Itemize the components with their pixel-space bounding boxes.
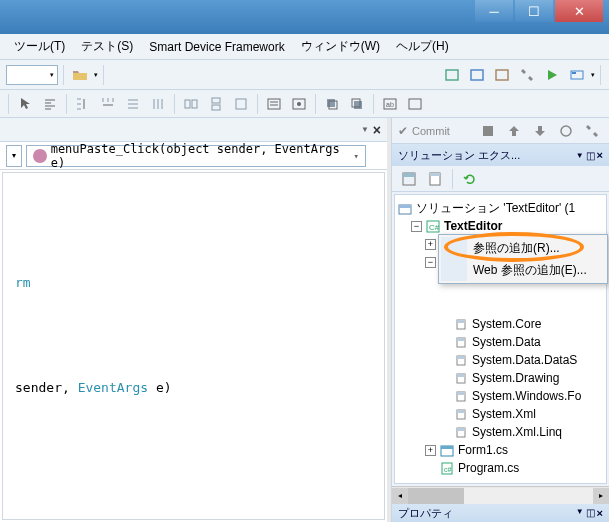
fmt-text2[interactable] [288,93,310,115]
editor-close-button[interactable]: × [373,122,381,138]
commit-b5[interactable] [581,120,603,142]
toolbar-btn-run[interactable] [541,64,563,86]
fmt-b6[interactable] [205,93,227,115]
menu-help[interactable]: ヘルプ(H) [388,35,457,58]
svg-rect-13 [327,99,335,107]
menu-test[interactable]: テスト(S) [73,35,141,58]
commit-b4[interactable] [555,120,577,142]
program-label: Program.cs [458,461,519,475]
main-toolbar: ▾ ▾ ▾ [0,60,609,90]
scroll-right-button[interactable]: ▸ [593,488,609,504]
toolbar-btn-1[interactable] [441,64,463,86]
fmt-text4[interactable] [404,93,426,115]
reference-icon [453,389,469,403]
context-add-web-reference[interactable]: Web 参照の追加(E)... [441,259,605,281]
form-icon [439,443,455,457]
svg-rect-10 [268,99,280,109]
fmt-align-left[interactable] [39,93,61,115]
svg-rect-23 [403,173,415,177]
sol-properties-button[interactable] [398,168,420,190]
window-maximize-button[interactable]: ☐ [515,0,553,22]
editor-area: ▼ × ▾ menuPaste_Click(object sender, Eve… [0,118,391,522]
toolbar-btn-output[interactable] [566,64,588,86]
svg-rect-32 [457,320,465,323]
scroll-thumb[interactable] [408,488,464,504]
menu-sdf[interactable]: Smart Device Framework [141,37,292,57]
tree-scrollbar-horizontal[interactable]: ◂ ▸ [392,486,609,504]
svg-rect-25 [430,173,440,176]
reference-icon [453,353,469,367]
svg-rect-0 [446,70,458,80]
format-toolbar: ab [0,90,609,118]
fmt-b2[interactable] [97,93,119,115]
fmt-b4[interactable] [147,93,169,115]
window-close-button[interactable]: ✕ [555,0,603,22]
breadcrumb-class-combo[interactable]: ▾ [6,145,22,167]
solution-icon [397,201,413,215]
prop-pin-icon[interactable]: ◫ [586,507,595,519]
commit-b3[interactable] [529,120,551,142]
panel-close-icon[interactable]: × [597,149,603,161]
editor-dropdown-icon[interactable]: ▼ [361,125,369,134]
context-add-reference[interactable]: 参照の追加(R)... [441,237,605,259]
svg-point-12 [297,102,301,106]
ref-label: System.Xml.Linq [472,425,562,439]
fmt-b5[interactable] [180,93,202,115]
fmt-pointer[interactable] [14,93,36,115]
reference-icon [453,371,469,385]
panel-pin-icon[interactable]: ◫ [586,150,595,161]
breadcrumb-member-combo[interactable]: menuPaste_Click(object sender, EventArgs… [26,145,366,167]
sol-showall-button[interactable] [424,168,446,190]
fmt-b1[interactable] [72,93,94,115]
svg-rect-7 [212,98,220,103]
fmt-b3[interactable] [122,93,144,115]
prop-close-icon[interactable]: × [597,507,603,519]
prop-dropdown-icon[interactable]: ▼ [576,507,584,519]
solution-root-label: ソリューション 'TextEditor' (1 [416,200,575,217]
expand-references[interactable]: − [425,257,436,268]
reference-icon [453,407,469,421]
main-menubar: ツール(T) テスト(S) Smart Device Framework ウィン… [0,34,609,60]
svg-point-21 [561,126,571,136]
fmt-order1[interactable] [321,93,343,115]
toolbar-btn-2[interactable] [466,64,488,86]
toolbar-btn-3[interactable] [491,64,513,86]
svg-text:ab: ab [386,101,394,108]
context-menu: 参照の追加(R)... Web 参照の追加(E)... [438,234,608,284]
expand-form[interactable]: + [425,445,436,456]
svg-rect-42 [457,410,465,413]
ref-label: System.Drawing [472,371,559,385]
ref-label: System.Windows.Fo [472,389,581,403]
project-label: TextEditor [444,219,502,233]
toolbar-btn-tools[interactable] [516,64,538,86]
expand-project[interactable]: − [411,221,422,232]
commit-check-icon: ✔ [398,124,408,138]
svg-rect-38 [457,374,465,377]
svg-rect-19 [409,99,421,109]
open-folder-button[interactable] [69,64,91,86]
csproj-icon: C# [425,219,441,233]
code-editor[interactable]: rm sender, EventArgs e) [2,172,385,520]
ref-label: System.Core [472,317,541,331]
panel-dropdown-icon[interactable]: ▼ [576,151,584,160]
solution-explorer-panel: ✔ Commit ソリューション エクス... ▼ ◫ × [391,118,609,522]
scroll-left-button[interactable]: ◂ [392,488,408,504]
window-minimize-button[interactable]: ─ [475,0,513,22]
expand-properties[interactable]: + [425,239,436,250]
sol-refresh-button[interactable] [459,168,481,190]
fmt-order2[interactable] [346,93,368,115]
menu-tools[interactable]: ツール(T) [6,35,73,58]
fmt-text3[interactable]: ab [379,93,401,115]
fmt-text1[interactable] [263,93,285,115]
menu-window[interactable]: ウィンドウ(W) [293,35,388,58]
fmt-b7[interactable] [230,93,252,115]
svg-rect-34 [457,338,465,341]
config-combo[interactable]: ▾ [6,65,58,85]
window-titlebar: ─ ☐ ✕ [0,0,609,34]
svg-rect-44 [457,428,465,431]
commit-b2[interactable] [503,120,525,142]
commit-b1[interactable] [477,120,499,142]
svg-rect-6 [192,100,197,108]
svg-rect-20 [483,126,493,136]
breadcrumb-method-label: menuPaste_Click(object sender, EventArgs… [51,142,354,170]
